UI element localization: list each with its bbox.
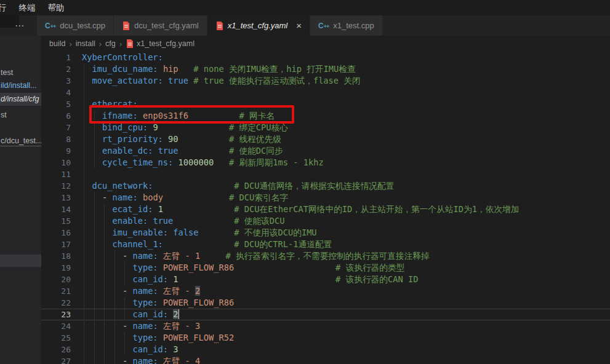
line-number[interactable]: 11	[41, 168, 71, 180]
line-number[interactable]: 10	[41, 157, 71, 168]
line-content: type: POWER_FLOW_R52	[82, 332, 610, 344]
line-number[interactable]: 25	[41, 332, 71, 344]
line-number[interactable]: 4	[41, 87, 71, 98]
line-number[interactable]: 14	[41, 204, 71, 215]
line-text: rt_priority: 90 # 线程优先级	[82, 134, 281, 144]
line-number[interactable]: 7	[41, 122, 71, 133]
line-number[interactable]: 1	[41, 52, 71, 63]
tab-label: x1_test.cpp	[333, 21, 374, 30]
code-line[interactable]: 4	[41, 87, 610, 98]
code-line[interactable]: 23 can_id: 2	[41, 309, 610, 320]
line-number[interactable]: 19	[41, 262, 71, 274]
token	[82, 228, 112, 237]
line-number[interactable]: 17	[41, 239, 71, 250]
token	[82, 333, 132, 342]
line-text: type: POWER_FLOW_R86 # 该执行器的类型	[82, 263, 404, 272]
menu-item[interactable]: 终端	[13, 2, 42, 14]
token	[163, 204, 234, 214]
line-number[interactable]: 8	[41, 133, 71, 145]
token: true	[153, 216, 173, 226]
code-line[interactable]: 19 type: POWER_FLOW_R86 # 该执行器的类型	[41, 262, 610, 274]
line-content: - name: 左臂 - 1 # 执行器索引名字，不需要控制的执行器可直接注释掉	[82, 250, 610, 262]
code-line[interactable]: 11	[41, 168, 610, 180]
token	[158, 64, 163, 74]
token	[163, 239, 234, 249]
line-content: dcu_network: # DCU通信网络，请根据实机连接情况配置	[82, 180, 610, 192]
editor-tab[interactable]: x1_test_cfg.yaml×	[207, 15, 310, 36]
line-number[interactable]: 20	[41, 274, 71, 285]
code-line[interactable]: 6 ifname: enp0s31f6 # 网卡名	[41, 110, 610, 122]
line-number[interactable]: 22	[41, 297, 71, 309]
code-line[interactable]: 27 - name: 左臂 - 4	[41, 355, 610, 364]
sidebar-item[interactable]: st	[0, 109, 41, 122]
code-line[interactable]: 22 type: POWER_FLOW_R86	[41, 297, 610, 309]
line-number[interactable]: 15	[41, 215, 71, 227]
code-line[interactable]: 26 can_id: 3	[41, 344, 610, 355]
token	[82, 263, 132, 272]
close-icon[interactable]: ×	[296, 21, 302, 30]
code-line[interactable]: 18 - name: 左臂 - 1 # 执行器索引名字，不需要控制的执行器可直接…	[41, 250, 610, 262]
code-line[interactable]: 7 bind_cpu: 9 # 绑定CPU核心	[41, 122, 610, 133]
code-line[interactable]: 17 channel_1: # DCU的CTRL-1通道配置	[41, 239, 610, 250]
breadcrumb-segment[interactable]: cfg	[105, 39, 116, 48]
line-number[interactable]: 21	[41, 285, 71, 297]
editor-group: build›install›cfg›x1_test_cfg.yaml 1Xybe…	[41, 36, 610, 364]
line-number[interactable]: 6	[41, 110, 71, 122]
line-text: - name: body # DCU索引名字	[82, 192, 288, 202]
line-number[interactable]: 18	[41, 250, 71, 262]
code-line[interactable]: 5 ethercat:	[41, 98, 610, 110]
code-line[interactable]: 3 move_actuator: true # true 使能执行器运动测试，f…	[41, 75, 610, 87]
token: true	[158, 146, 179, 156]
tab-overflow-icon[interactable]: ⋯	[15, 15, 25, 36]
code-line[interactable]: 20 can_id: 1 # 该执行器的CAN ID	[41, 274, 610, 285]
code-line[interactable]: 16 imu_enable: false # 不使用该DCU的IMU	[41, 227, 610, 239]
code-line[interactable]: 2 imu_dcu_name: hip # none 关闭IMU检查，hip 打…	[41, 63, 610, 75]
line-content: can_id: 3	[82, 344, 610, 355]
code-line[interactable]: 24 - name: 左臂 - 3	[41, 320, 610, 332]
editor-tab[interactable]: dcu_test_cfg.yaml	[114, 15, 207, 36]
line-number[interactable]: 16	[41, 227, 71, 239]
sidebar-item[interactable]: test	[0, 66, 41, 79]
line-number[interactable]: 2	[41, 63, 71, 75]
token: # DCU在EtherCAT网络中的ID，从主站开始，第一个从站ID为1，依次增…	[234, 204, 519, 214]
menu-item[interactable]: 帮助	[42, 2, 71, 14]
token: type:	[132, 263, 158, 272]
code-line[interactable]: 21 - name: 左臂 - 2	[41, 285, 610, 297]
code-line[interactable]: 15 enable: true # 使能该DCU	[41, 215, 610, 227]
line-number[interactable]: 13	[41, 192, 71, 204]
breadcrumb-segment[interactable]: build	[49, 39, 65, 48]
token: 1000000	[179, 157, 214, 167]
code-area[interactable]: 1XyberController:2 imu_dcu_name: hip # n…	[41, 52, 610, 364]
line-number[interactable]: 26	[41, 344, 71, 355]
breadcrumb-file[interactable]: x1_test_cfg.yaml	[126, 39, 195, 48]
line-number[interactable]: 5	[41, 98, 71, 110]
token	[82, 111, 102, 121]
token	[158, 122, 229, 132]
token	[138, 192, 143, 202]
code-line[interactable]: 8 rt_priority: 90 # 线程优先级	[41, 133, 610, 145]
menu-item[interactable]: 行	[0, 2, 13, 14]
line-text: - name: 左臂 - 2	[82, 286, 200, 296]
sidebar-item[interactable]: d/install/cfg	[0, 93, 41, 106]
editor-tab[interactable]: C++dcu_test.cpp	[37, 15, 114, 36]
line-number[interactable]: 9	[41, 145, 71, 157]
line-number[interactable]: 23	[41, 309, 71, 320]
line-number[interactable]: 3	[41, 75, 71, 87]
editor-tab[interactable]: C++x1_test.cpp	[310, 15, 383, 36]
token: 1	[173, 274, 178, 284]
code-line[interactable]: 1XyberController:	[41, 52, 610, 63]
sidebar-item[interactable]: ild/install...	[0, 79, 41, 92]
code-line[interactable]: 25 type: POWER_FLOW_R52	[41, 332, 610, 344]
line-number[interactable]: 24	[41, 320, 71, 332]
token: # DCU通信网络，请根据实机连接情况配置	[234, 181, 394, 191]
code-line[interactable]: 9 enable_dc: true # 使能DC同步	[41, 145, 610, 157]
line-number[interactable]: 27	[41, 355, 71, 364]
breadcrumb-segment[interactable]: install	[76, 39, 95, 48]
code-line[interactable]: 13 - name: body # DCU索引名字	[41, 192, 610, 204]
code-line[interactable]: 14 ecat_id: 1 # DCU在EtherCAT网络中的ID，从主站开始…	[41, 204, 610, 215]
token	[82, 181, 92, 191]
line-number[interactable]: 12	[41, 180, 71, 192]
code-line[interactable]: 12 dcu_network: # DCU通信网络，请根据实机连接情况配置	[41, 180, 610, 192]
line-content: - name: body # DCU索引名字	[82, 192, 610, 204]
code-line[interactable]: 10 cycle_time_ns: 1000000 # 刷新周期1ms - 1k…	[41, 157, 610, 168]
